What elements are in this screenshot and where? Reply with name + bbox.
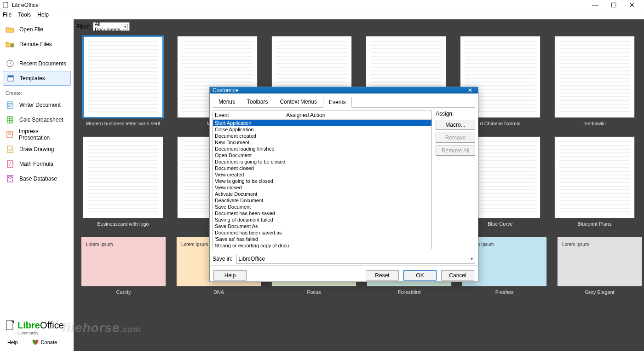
tab-context-menus[interactable]: Context Menus xyxy=(274,96,323,107)
sidebar: Open File Remote Files Recent Documents … xyxy=(0,19,74,351)
svg-rect-0 xyxy=(3,2,8,8)
event-row[interactable]: Start Application xyxy=(213,120,431,126)
filter-bar: Filter: All Documents▾ xyxy=(76,22,130,31)
sidebar-item-label: Templates xyxy=(20,75,45,82)
template-thumb[interactable]: Lorem IpsumGrey Elegant xyxy=(557,237,642,295)
event-row[interactable]: Deactivate Document xyxy=(213,197,431,204)
svg-text:√: √ xyxy=(8,162,11,167)
sidebar-writer[interactable]: Writer Document xyxy=(3,98,71,112)
sidebar-remote-files[interactable]: Remote Files xyxy=(3,37,71,52)
col-event[interactable]: Event xyxy=(213,111,284,119)
donate-link[interactable]: Donate xyxy=(32,339,57,345)
remove-all-button[interactable]: Remove All xyxy=(436,146,475,156)
menu-file[interactable]: File xyxy=(3,12,12,18)
reset-button[interactable]: Reset xyxy=(366,270,399,281)
filter-dropdown[interactable]: All Documents▾ xyxy=(93,22,130,31)
svg-rect-4 xyxy=(8,76,13,77)
event-row[interactable]: Document loading finished xyxy=(213,146,431,152)
tab-toolbars[interactable]: Toolbars xyxy=(241,96,274,107)
event-row[interactable]: Document created xyxy=(213,133,431,139)
templates-icon xyxy=(6,75,15,82)
tab-events[interactable]: Events xyxy=(323,97,352,108)
sidebar-item-label: Impress Presentation xyxy=(19,128,68,141)
template-label: Forestbird xyxy=(398,289,421,295)
dialog-titlebar[interactable]: Customize ✕ xyxy=(210,87,478,94)
chevron-down-icon: ▾ xyxy=(123,24,128,29)
template-label: d Chinese Normal xyxy=(480,121,520,126)
filter-label: Filter: xyxy=(76,23,90,30)
save-in-row: Save in: LibreOffice ▾ xyxy=(210,252,478,265)
dialog-tabs: Menus Toolbars Context Menus Events xyxy=(213,96,475,108)
sidebar-math[interactable]: √ Math Formula xyxy=(3,157,71,171)
template-label: Blue Curve xyxy=(488,221,512,227)
sidebar-item-label: Recent Documents xyxy=(19,60,66,67)
macro-button[interactable]: Macro... xyxy=(436,120,475,130)
draw-icon xyxy=(6,146,15,153)
event-row[interactable]: Open Document xyxy=(213,152,431,158)
template-thumb[interactable]: Lorem IpsumCandy xyxy=(81,237,166,295)
ok-button[interactable]: OK xyxy=(403,270,437,281)
help-link[interactable]: Help xyxy=(7,339,18,345)
template-thumb[interactable]: Blueprint Plans xyxy=(552,136,637,227)
help-button[interactable]: Help xyxy=(213,270,247,281)
menu-tools[interactable]: Tools xyxy=(18,12,31,18)
event-row[interactable]: Save Document xyxy=(213,204,431,210)
dialog-close-button[interactable]: ✕ xyxy=(465,87,475,94)
folder-open-icon xyxy=(6,26,15,33)
sidebar-item-label: Calc Spreadsheet xyxy=(19,117,63,123)
event-row[interactable]: Close Application xyxy=(213,126,431,133)
template-thumb[interactable]: mediawiki xyxy=(552,36,637,126)
sidebar-templates[interactable]: Templates xyxy=(3,71,71,86)
filter-value: All Documents xyxy=(95,21,123,32)
svg-rect-9 xyxy=(7,146,13,152)
event-row[interactable]: View closed xyxy=(213,184,431,191)
template-label: Businesscard with logo xyxy=(97,221,149,227)
event-row[interactable]: Storing or exporting copy of docu xyxy=(213,242,431,249)
events-table: Event Assigned Action Start ApplicationC… xyxy=(213,111,432,249)
remove-button[interactable]: Remove xyxy=(436,133,475,143)
sidebar-open-file[interactable]: Open File xyxy=(3,22,71,37)
window-titlebar: LibreOffice — ☐ ✕ xyxy=(0,0,644,10)
event-row[interactable]: Document has been saved as xyxy=(213,229,431,236)
minimize-button[interactable]: — xyxy=(586,0,604,10)
event-row[interactable]: Saving of document failed xyxy=(213,216,431,223)
sidebar-calc[interactable]: Calc Spreadsheet xyxy=(3,112,71,127)
clock-icon xyxy=(6,60,15,67)
event-row[interactable]: Document has been saved xyxy=(213,210,431,216)
sidebar-item-label: Open File xyxy=(19,26,43,33)
close-button[interactable]: ✕ xyxy=(623,0,641,10)
event-row[interactable]: Activate Document xyxy=(213,191,431,197)
event-row[interactable]: 'Save as' has failed xyxy=(213,236,431,242)
save-in-dropdown[interactable]: LibreOffice ▾ xyxy=(236,254,475,263)
donate-heart-icon xyxy=(32,339,39,345)
sidebar-impress[interactable]: Impress Presentation xyxy=(3,127,71,142)
event-row[interactable]: View is going to be closed xyxy=(213,178,431,184)
assign-label: Assign: xyxy=(436,111,475,117)
remote-icon xyxy=(6,41,15,48)
event-row[interactable]: Document is going to be closed xyxy=(213,158,431,165)
cancel-button[interactable]: Cancel xyxy=(441,270,474,281)
sidebar-recent-documents[interactable]: Recent Documents xyxy=(3,56,71,71)
template-label: Freshes xyxy=(495,289,514,295)
template-thumb[interactable]: Businesscard with logo xyxy=(81,136,165,227)
sidebar-item-label: Writer Document xyxy=(19,102,61,108)
assign-column: Assign: Macro... Remove Remove All xyxy=(436,111,475,249)
template-label: Blueprint Plans xyxy=(578,221,612,227)
maximize-button[interactable]: ☐ xyxy=(604,0,623,10)
template-thumb[interactable]: Modern business letter sans-serif xyxy=(81,36,165,126)
sidebar-draw[interactable]: Draw Drawing xyxy=(3,142,71,157)
events-list[interactable]: Start ApplicationClose ApplicationDocume… xyxy=(213,120,431,249)
event-row[interactable]: New Document xyxy=(213,139,431,146)
menu-help[interactable]: Help xyxy=(37,12,49,18)
tab-menus[interactable]: Menus xyxy=(213,96,241,107)
window-title: LibreOffice xyxy=(12,2,39,8)
event-row[interactable]: Save Document As xyxy=(213,223,431,229)
svg-point-1 xyxy=(11,44,13,47)
event-row[interactable]: View created xyxy=(213,171,431,178)
chevron-down-icon: ▾ xyxy=(471,256,473,261)
menubar: File Tools Help xyxy=(0,10,644,19)
event-row[interactable]: Document closed xyxy=(213,165,431,171)
base-icon xyxy=(6,175,15,182)
sidebar-base[interactable]: Base Database xyxy=(3,171,71,186)
col-action[interactable]: Assigned Action xyxy=(284,111,431,119)
